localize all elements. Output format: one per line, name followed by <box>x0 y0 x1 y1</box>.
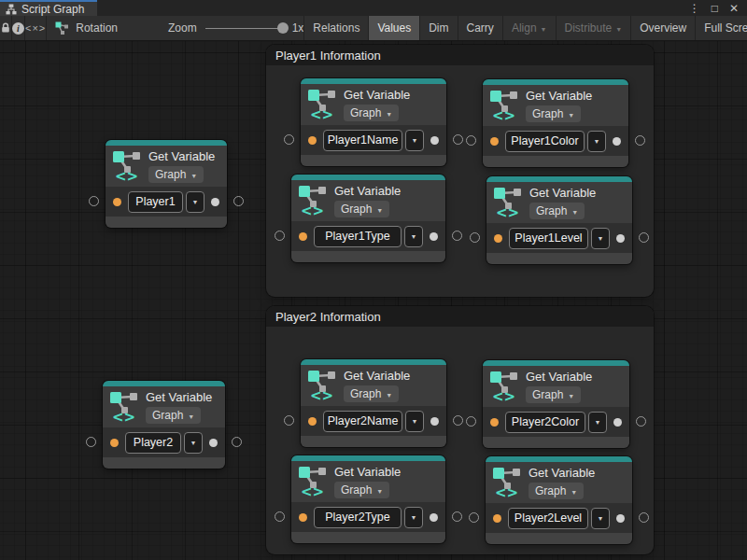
zoom-slider-handle[interactable] <box>277 22 289 34</box>
get-variable-node-player1type[interactable]: <> Get Variable Graph ▼ Player1Type ▼ <box>291 175 445 262</box>
group-header[interactable]: Player2 Information <box>266 306 654 327</box>
get-variable-node-player2level[interactable]: <> Get Variable Graph ▼ Player2Level ▼ <box>486 456 632 544</box>
variable-name[interactable]: Player1Type <box>314 226 402 247</box>
input-connection-ring[interactable] <box>284 134 294 145</box>
input-connection-ring[interactable] <box>86 437 96 447</box>
lock-button[interactable] <box>0 16 12 40</box>
tab-script-graph[interactable]: Script Graph <box>0 0 97 16</box>
input-connection-ring[interactable] <box>275 231 285 241</box>
name-input-port[interactable] <box>490 418 499 427</box>
value-output-port[interactable] <box>430 232 438 241</box>
toolbar-button-overview[interactable]: Overview <box>630 16 695 40</box>
chevron-down-icon[interactable]: ▼ <box>591 228 610 249</box>
input-connection-ring[interactable] <box>284 415 294 426</box>
output-connection-ring[interactable] <box>636 416 646 427</box>
variable-dropdown[interactable]: Player1Level ▼ <box>509 228 610 249</box>
variable-name[interactable]: Player2Name <box>323 411 402 432</box>
get-variable-node-player1color[interactable]: <> Get Variable Graph ▼ Player1Color ▼ <box>483 79 628 167</box>
value-output-port[interactable] <box>613 137 621 146</box>
value-output-port[interactable] <box>430 417 439 426</box>
variable-name[interactable]: Player2Type <box>314 507 402 528</box>
output-connection-ring[interactable] <box>452 231 462 241</box>
node-header[interactable]: <> Get Variable Graph ▼ <box>486 182 632 223</box>
chevron-down-icon[interactable]: ▼ <box>184 432 203 454</box>
name-input-port[interactable] <box>308 136 317 145</box>
value-output-port[interactable] <box>613 418 622 427</box>
name-input-port[interactable] <box>299 513 307 522</box>
node-header[interactable]: <> Get Variable Graph ▼ <box>483 366 629 407</box>
name-input-port[interactable] <box>299 232 307 241</box>
chevron-down-icon[interactable]: ▼ <box>588 412 607 433</box>
variable-dropdown[interactable]: Player2Name ▼ <box>323 411 424 432</box>
toolbar-button-align[interactable]: Align▼ <box>502 16 556 40</box>
get-variable-node-player2name[interactable]: <> Get Variable Graph ▼ Player2Name ▼ <box>301 359 446 447</box>
chevron-down-icon[interactable]: ▼ <box>404 507 423 528</box>
variable-dropdown[interactable]: Player2 ▼ <box>125 432 203 454</box>
scope-dropdown[interactable]: Graph ▼ <box>334 201 389 217</box>
node-header[interactable]: <> Get Variable Graph ▼ <box>483 85 628 126</box>
get-variable-node-player2[interactable]: <> Get Variable Graph ▼ Player2 ▼ <box>103 381 225 469</box>
value-output-port[interactable] <box>430 513 438 522</box>
get-variable-node-player1level[interactable]: <> Get Variable Graph ▼ Player1Level ▼ <box>486 176 632 264</box>
output-connection-ring[interactable] <box>233 196 244 206</box>
output-connection-ring[interactable] <box>452 511 462 522</box>
variable-dropdown[interactable]: Player1 ▼ <box>128 191 204 213</box>
node-header[interactable]: <> Get Variable Graph ▼ <box>103 386 225 427</box>
node-header[interactable]: <> Get Variable Graph ▼ <box>106 146 227 187</box>
input-connection-ring[interactable] <box>466 135 476 146</box>
group-header[interactable]: Player1 Information <box>266 45 654 65</box>
variable-dropdown[interactable]: Player2Level ▼ <box>508 508 610 529</box>
scope-dropdown[interactable]: Graph ▼ <box>529 483 584 499</box>
scope-dropdown[interactable]: Graph ▼ <box>344 105 399 121</box>
output-connection-ring[interactable] <box>453 415 463 426</box>
maximize-icon[interactable]: □ <box>712 3 718 14</box>
chevron-down-icon[interactable]: ▼ <box>405 411 424 432</box>
variable-name[interactable]: Player2Color <box>505 412 585 433</box>
toolbar-button-values[interactable]: Values <box>368 16 419 40</box>
name-input-port[interactable] <box>113 198 121 206</box>
zoom-slider[interactable] <box>205 28 284 29</box>
variable-name[interactable]: Player2Level <box>508 508 588 529</box>
close-icon[interactable]: ✕ <box>729 3 739 14</box>
toolbar-button-dim[interactable]: Dim <box>419 16 457 40</box>
chevron-down-icon[interactable]: ▼ <box>405 130 424 151</box>
input-connection-ring[interactable] <box>469 512 479 523</box>
variable-name[interactable]: Player1Level <box>509 228 588 249</box>
value-output-port[interactable] <box>430 136 439 145</box>
node-header[interactable]: <> Get Variable Graph ▼ <box>291 180 445 221</box>
scope-dropdown[interactable]: Graph ▼ <box>529 203 585 219</box>
output-connection-ring[interactable] <box>639 232 649 243</box>
value-output-port[interactable] <box>616 234 625 243</box>
get-variable-node-player1[interactable]: <> Get Variable Graph ▼ Player1 ▼ <box>106 140 227 228</box>
chevron-down-icon[interactable]: ▼ <box>404 226 423 247</box>
name-input-port[interactable] <box>308 417 317 426</box>
variable-dropdown[interactable]: Player2Color ▼ <box>505 412 607 433</box>
name-input-port[interactable] <box>490 137 499 146</box>
value-output-port[interactable] <box>211 198 219 206</box>
toolbar-button-distribute[interactable]: Distribute▼ <box>556 16 631 40</box>
toolbar-button-carry[interactable]: Carry <box>458 16 502 40</box>
chevron-down-icon[interactable]: ▼ <box>587 131 606 152</box>
scope-dropdown[interactable]: Graph ▼ <box>146 407 201 424</box>
input-connection-ring[interactable] <box>470 232 480 243</box>
node-header[interactable]: <> Get Variable Graph ▼ <box>291 461 445 502</box>
value-output-port[interactable] <box>209 439 218 447</box>
more-menu-icon[interactable]: ⋮ <box>689 3 700 14</box>
graph-canvas[interactable]: Player1 Information Player2 Information … <box>0 41 747 560</box>
chevron-down-icon[interactable]: ▼ <box>186 191 204 213</box>
info-button[interactable]: i <box>12 16 25 40</box>
input-connection-ring[interactable] <box>275 511 285 522</box>
name-input-port[interactable] <box>494 234 502 243</box>
variable-dropdown[interactable]: Player1Name ▼ <box>323 130 424 151</box>
get-variable-node-player2type[interactable]: <> Get Variable Graph ▼ Player2Type ▼ <box>291 455 445 543</box>
variable-dropdown[interactable]: Player1Type ▼ <box>314 226 423 247</box>
get-variable-node-player2color[interactable]: <> Get Variable Graph ▼ Player2Color ▼ <box>483 360 629 448</box>
name-input-port[interactable] <box>110 439 119 447</box>
output-connection-ring[interactable] <box>635 135 645 146</box>
scope-dropdown[interactable]: Graph ▼ <box>526 386 581 403</box>
variable-name[interactable]: Player2 <box>125 432 181 454</box>
variable-name[interactable]: Player1Color <box>505 131 585 152</box>
input-connection-ring[interactable] <box>466 416 476 427</box>
node-header[interactable]: <> Get Variable Graph ▼ <box>301 84 446 125</box>
input-connection-ring[interactable] <box>89 196 99 206</box>
